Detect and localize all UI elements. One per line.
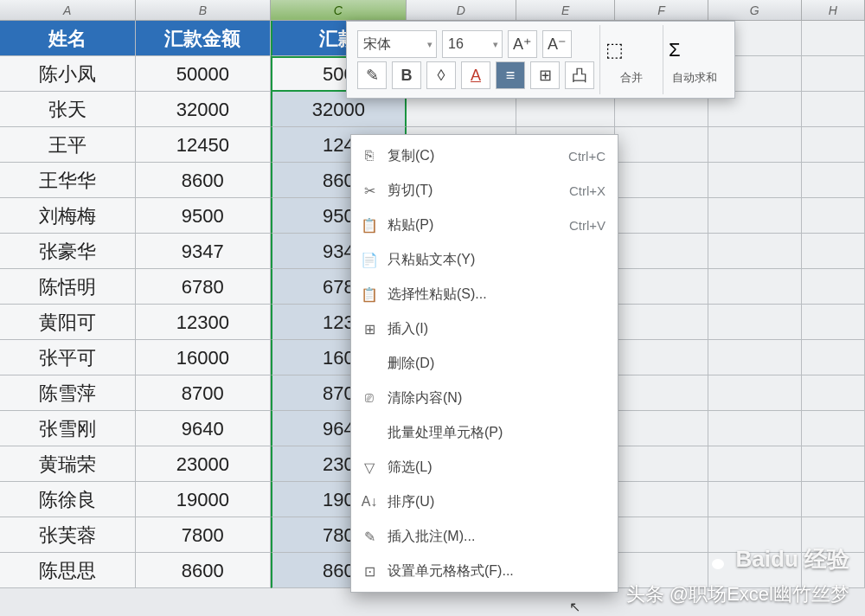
- cell[interactable]: [802, 198, 865, 234]
- col-header-D[interactable]: D: [407, 0, 516, 20]
- col-header-C[interactable]: C: [271, 0, 407, 20]
- cell[interactable]: 王华华: [0, 163, 136, 198]
- cell[interactable]: [708, 340, 802, 375]
- cell[interactable]: [615, 517, 708, 553]
- merge-button[interactable]: ⬚ 合并: [606, 34, 657, 86]
- cell[interactable]: 刘梅梅: [0, 198, 136, 234]
- cell[interactable]: 黄瑞荣: [0, 446, 136, 482]
- cell[interactable]: [802, 234, 865, 269]
- cell[interactable]: [615, 482, 708, 517]
- cell[interactable]: [802, 411, 865, 446]
- cell[interactable]: [708, 127, 802, 163]
- decrease-font-icon[interactable]: A⁻: [542, 30, 572, 58]
- font-family-select[interactable]: 宋体: [357, 30, 437, 58]
- bold-icon[interactable]: B: [392, 61, 421, 89]
- cell[interactable]: 6780: [136, 269, 272, 305]
- cell[interactable]: 陈雪萍: [0, 375, 136, 411]
- cell[interactable]: 8700: [136, 375, 272, 411]
- cell[interactable]: [802, 163, 865, 198]
- cell[interactable]: [615, 375, 708, 411]
- cell[interactable]: 陈徐良: [0, 482, 136, 517]
- cell[interactable]: [615, 411, 708, 446]
- cell[interactable]: 陈小凤: [0, 56, 136, 92]
- cell[interactable]: [802, 127, 865, 163]
- cell[interactable]: 8600: [136, 163, 272, 198]
- cell[interactable]: 8600: [136, 553, 272, 588]
- context-menu-item[interactable]: ▽筛选(L): [351, 450, 618, 484]
- context-menu-item[interactable]: 删除(D): [351, 346, 618, 381]
- cell[interactable]: 张芙蓉: [0, 517, 136, 553]
- cell[interactable]: [802, 375, 865, 411]
- col-header-H[interactable]: H: [802, 0, 865, 20]
- cell[interactable]: [615, 198, 708, 234]
- cell[interactable]: [708, 163, 802, 198]
- cell[interactable]: [615, 163, 708, 198]
- cell[interactable]: 张雪刚: [0, 411, 136, 446]
- cell[interactable]: [615, 127, 708, 163]
- context-menu-item[interactable]: ⎘复制(C)Ctrl+C: [351, 138, 618, 173]
- cell[interactable]: 张天: [0, 92, 136, 127]
- cell[interactable]: [615, 269, 708, 305]
- col-header-G[interactable]: G: [708, 0, 802, 20]
- context-menu-item[interactable]: 📋粘贴(P)Ctrl+V: [351, 208, 618, 242]
- context-menu-item[interactable]: ⊞插入(I): [351, 311, 618, 346]
- cell[interactable]: 张豪华: [0, 234, 136, 269]
- cell[interactable]: 9500: [136, 198, 272, 234]
- cell[interactable]: 12300: [136, 305, 272, 340]
- align-icon[interactable]: ≡: [496, 61, 525, 89]
- cell[interactable]: [708, 198, 802, 234]
- cell[interactable]: [708, 482, 802, 517]
- cell[interactable]: [615, 340, 708, 375]
- cell[interactable]: [802, 305, 865, 340]
- cell[interactable]: 32000: [136, 92, 272, 127]
- autosum-button[interactable]: Σ 自动求和: [669, 34, 721, 86]
- cell[interactable]: 50000: [136, 56, 272, 92]
- cell[interactable]: [708, 269, 802, 305]
- borders-icon[interactable]: ⊞: [530, 61, 560, 89]
- cell[interactable]: [708, 234, 802, 269]
- cell[interactable]: 汇款金额: [136, 21, 272, 56]
- col-header-B[interactable]: B: [136, 0, 272, 20]
- cell[interactable]: [708, 305, 802, 340]
- cell[interactable]: 7800: [136, 517, 272, 553]
- increase-font-icon[interactable]: A⁺: [508, 30, 537, 58]
- context-menu-item[interactable]: ✂剪切(T)Ctrl+X: [351, 173, 618, 208]
- cell[interactable]: [708, 446, 802, 482]
- cell[interactable]: [708, 375, 802, 411]
- context-menu-item[interactable]: 批量处理单元格(P): [351, 415, 618, 450]
- col-header-A[interactable]: A: [0, 0, 136, 20]
- cell[interactable]: 16000: [136, 340, 272, 375]
- context-menu-item[interactable]: 📋选择性粘贴(S)...: [351, 277, 618, 311]
- format-painter-icon[interactable]: ✎: [357, 61, 387, 89]
- cell[interactable]: 黄阳可: [0, 305, 136, 340]
- font-color-icon[interactable]: A: [461, 61, 490, 89]
- cell[interactable]: [615, 234, 708, 269]
- cell[interactable]: 19000: [136, 482, 272, 517]
- cell[interactable]: [802, 56, 865, 92]
- context-menu-item[interactable]: A↓排序(U): [351, 484, 618, 519]
- col-header-E[interactable]: E: [516, 0, 615, 20]
- cell[interactable]: [802, 482, 865, 517]
- context-menu-item[interactable]: ⊡设置单元格格式(F)...: [351, 554, 618, 588]
- cell[interactable]: 张平可: [0, 340, 136, 375]
- cell[interactable]: [802, 446, 865, 482]
- cell[interactable]: [802, 340, 865, 375]
- fill-color-icon[interactable]: ◊: [426, 61, 456, 89]
- context-menu-item[interactable]: 📄只粘贴文本(Y): [351, 242, 618, 277]
- cell[interactable]: 23000: [136, 446, 272, 482]
- cell[interactable]: [615, 446, 708, 482]
- cell[interactable]: 陈恬明: [0, 269, 136, 305]
- cell[interactable]: 9347: [136, 234, 272, 269]
- context-menu-item[interactable]: ✎插入批注(M)...: [351, 519, 618, 554]
- cell[interactable]: [802, 269, 865, 305]
- cell-style-icon[interactable]: 凸: [565, 61, 594, 89]
- col-header-F[interactable]: F: [615, 0, 708, 20]
- context-menu-item[interactable]: ⎚清除内容(N): [351, 381, 618, 415]
- font-size-select[interactable]: 16: [442, 30, 503, 58]
- cell[interactable]: [708, 411, 802, 446]
- cell[interactable]: 12450: [136, 127, 272, 163]
- cell[interactable]: 陈思思: [0, 553, 136, 588]
- cell[interactable]: 姓名: [0, 21, 136, 56]
- cell[interactable]: [615, 305, 708, 340]
- cell[interactable]: 王平: [0, 127, 136, 163]
